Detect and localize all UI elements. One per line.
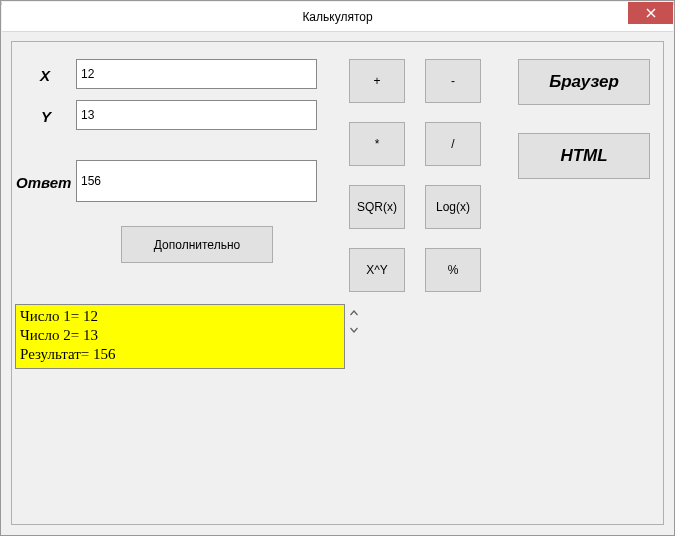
- log-button[interactable]: Log(x): [425, 185, 481, 229]
- divide-button[interactable]: /: [425, 122, 481, 166]
- scroll-up-button[interactable]: [345, 304, 362, 321]
- percent-button[interactable]: %: [425, 248, 481, 292]
- app-window: Калькулятор X Y Ответ Дополнительно + - …: [0, 0, 675, 536]
- window-title: Калькулятор: [302, 10, 372, 24]
- scroll-down-button[interactable]: [345, 321, 362, 338]
- input-x[interactable]: [76, 59, 317, 89]
- power-button[interactable]: X^Y: [349, 248, 405, 292]
- input-answer[interactable]: [76, 160, 317, 202]
- plus-button[interactable]: +: [349, 59, 405, 103]
- label-y: Y: [41, 108, 51, 125]
- titlebar[interactable]: Калькулятор: [2, 2, 673, 32]
- close-icon: [646, 8, 656, 18]
- log-area: Число 1= 12 Число 2= 13 Результат= 156: [15, 304, 362, 369]
- minus-button[interactable]: -: [425, 59, 481, 103]
- extra-button[interactable]: Дополнительно: [121, 226, 273, 263]
- label-x: X: [40, 67, 50, 84]
- log-scrollbar[interactable]: [345, 304, 362, 369]
- browser-button[interactable]: Браузер: [518, 59, 650, 105]
- chevron-up-icon: [350, 308, 358, 318]
- sqr-button[interactable]: SQR(x): [349, 185, 405, 229]
- close-button[interactable]: [628, 2, 673, 24]
- log-textarea[interactable]: Число 1= 12 Число 2= 13 Результат= 156: [15, 304, 345, 369]
- html-button[interactable]: HTML: [518, 133, 650, 179]
- multiply-button[interactable]: *: [349, 122, 405, 166]
- label-answer: Ответ: [16, 174, 71, 191]
- chevron-down-icon: [350, 325, 358, 335]
- input-y[interactable]: [76, 100, 317, 130]
- client-area: X Y Ответ Дополнительно + - * / SQR(x) L…: [11, 41, 664, 525]
